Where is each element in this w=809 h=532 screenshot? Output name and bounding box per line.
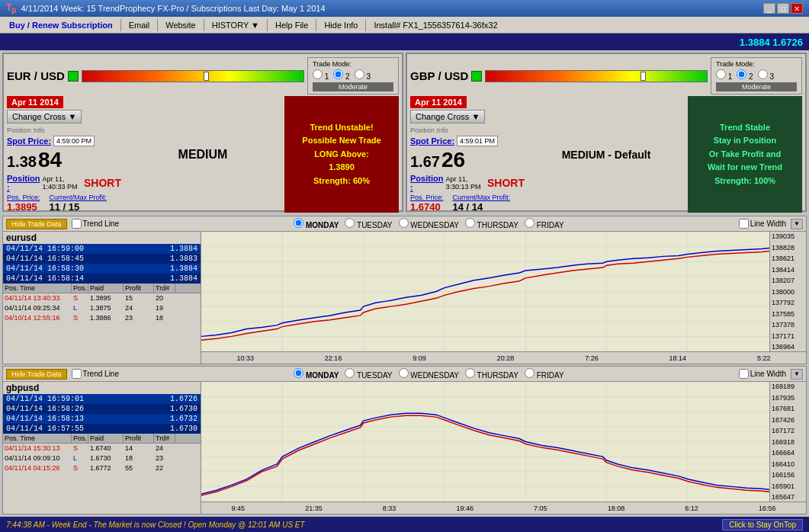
gbpusd-pos-dir: SHORT — [487, 177, 525, 189]
gbpusd-profit-label: Current/Max Profit: — [453, 194, 511, 201]
eurusd-hide-trade-btn[interactable]: Hide Trade Data — [6, 219, 67, 229]
eurusd-pos-label[interactable]: Position : — [7, 174, 40, 192]
gbpusd-day-radios: MONDAY TUESDAY WEDNESDAY THURSDAY FRIDAY — [124, 368, 734, 380]
eurusd-pos-price-val: 1.3895 — [7, 201, 40, 213]
gbpusd-pos-price-label: Pos. Price: — [410, 194, 444, 201]
gbpusd-svg-container — [201, 382, 769, 502]
stay-on-top-btn[interactable]: Click to Stay OnTop — [722, 519, 803, 530]
app-logo: Tp — [6, 2, 16, 14]
eurusd-pos-info-header: Position Info — [7, 127, 121, 134]
gbpusd-slider[interactable] — [485, 70, 708, 82]
gbpusd-pair-name: GBP / USD — [410, 69, 468, 82]
eurusd-profit-label: Current/Max Profit: — [50, 194, 108, 201]
eurusd-change-cross-btn[interactable]: Change Cross ▼ — [7, 110, 82, 123]
eurusd-pair-name: EUR / USD — [7, 69, 65, 82]
eurusd-chart-svg — [201, 232, 769, 351]
gbpusd-ticker-1: 04/11/14 16:58:26 1.6730 — [3, 404, 201, 414]
menu-history[interactable]: HISTORY ▼ — [206, 19, 265, 31]
eurusd-trade-mode-box: Trade Mode: 1 2 3 Moderate — [307, 57, 399, 95]
gbpusd-mode1[interactable]: 1 — [716, 69, 732, 81]
close-button[interactable]: ✕ — [791, 3, 803, 14]
minimize-button[interactable]: _ — [763, 3, 775, 14]
gbpusd-line-width-cb[interactable]: Line Width — [739, 369, 786, 379]
gbpusd-pos-label[interactable]: Position : — [410, 174, 443, 192]
menu-separator-6 — [365, 19, 366, 31]
panels-row: EUR / USD Trade Mode: 1 2 3 Moderate Apr… — [0, 50, 809, 214]
menu-website[interactable]: Website — [159, 19, 202, 31]
eurusd-spot-time: 4:59:00 PM — [53, 136, 95, 146]
bottom-message: 7:44:38 AM - Week End - The Market is no… — [6, 521, 305, 529]
menu-buy[interactable]: Buy / Renew Subscription — [3, 19, 119, 31]
maximize-button[interactable]: □ — [777, 3, 789, 14]
gbpusd-ticker-0: 04/11/14 16:59:01 1.6726 — [3, 394, 201, 404]
eurusd-spot-label[interactable]: Spot Price: — [7, 136, 51, 146]
eurusd-svg-container — [201, 232, 769, 351]
eurusd-chart-left: eurusd 04/11/14 16:59:00 1.3884 04/11/14… — [3, 232, 201, 364]
gbpusd-scroll-btn[interactable]: ▼ — [791, 369, 803, 380]
gbpusd-trade-row-2: 04/11/14 04:15:26 S 1.6772 55 22 — [3, 463, 201, 473]
gbpusd-trend-line-cb[interactable]: Trend Line — [72, 369, 119, 379]
eurusd-trade-row-0: 04/11/14 13:40:33 S 1.3895 15 20 — [3, 293, 201, 303]
gbpusd-spot-int: 1.67 — [410, 153, 440, 171]
gbpusd-price-axis: 169189 167935 167681 167426 167172 16691… — [769, 382, 806, 502]
gbpusd-pos-info-header: Position Info — [410, 127, 525, 134]
eurusd-ticker-0: 04/11/14 16:59:00 1.3884 — [3, 244, 201, 254]
eurusd-mode1[interactable]: 1 — [313, 69, 329, 81]
gbpusd-pair-label: gbpusd — [3, 382, 201, 394]
menu-install[interactable]: Install# FX1_1556357614-36fx32 — [368, 19, 503, 31]
eurusd-pos-time: Apr 11, 1:40:33 PM — [42, 175, 82, 191]
status-top-bar: 1.3884 1.6726 — [0, 34, 809, 50]
gbpusd-slider-handle[interactable] — [640, 72, 646, 81]
eurusd-spot-int: 1.38 — [7, 153, 37, 171]
gbpusd-change-cross-btn[interactable]: Change Cross ▼ — [410, 110, 485, 123]
menu-separator-5 — [316, 19, 316, 31]
window-title: 4/11/2014 Week: 15 TrendProphecy FX-Pro … — [21, 4, 325, 13]
eurusd-time-axis: 10:33 22:16 9:09 20:28 7:26 18:14 5:22 — [201, 351, 806, 364]
eurusd-mode3[interactable]: 3 — [355, 69, 371, 81]
menu-help[interactable]: Help File — [269, 19, 314, 31]
bottom-status-bar: 7:44:38 AM - Week End - The Market is no… — [0, 517, 809, 532]
eurusd-radio-row: 1 2 3 — [313, 69, 393, 81]
title-bar: Tp 4/11/2014 Week: 15 TrendProphecy FX-P… — [0, 0, 809, 17]
gbpusd-chart-left: gbpusd 04/11/14 16:59:01 1.6726 04/11/14… — [3, 382, 201, 514]
eurusd-tick-price-0: 1.3884 — [170, 245, 197, 253]
eurusd-profit-val: 11 / 15 — [50, 201, 108, 213]
gbpusd-date: Apr 11 2014 — [410, 96, 467, 108]
eurusd-indicator[interactable] — [68, 71, 79, 82]
gbpusd-medium-label: MEDIUM - Default — [562, 149, 651, 161]
eurusd-pos-price-label: Pos. Price: — [7, 194, 40, 201]
gbpusd-hide-trade-btn[interactable]: Hide Trade Data — [6, 369, 67, 380]
gbpusd-mode3[interactable]: 3 — [758, 69, 774, 81]
gbpusd-spot-label[interactable]: Spot Price: — [410, 136, 454, 146]
eurusd-line-width-cb[interactable]: Line Width — [739, 219, 786, 229]
eurusd-slider-handle[interactable] — [204, 72, 209, 81]
eurusd-trade-row-1: 04/11/14 09:25:34 L 1.3875 24 19 — [3, 303, 201, 313]
gbpusd-profit-val: 14 / 14 — [453, 201, 511, 213]
eurusd-panel: EUR / USD Trade Mode: 1 2 3 Moderate Apr… — [2, 53, 403, 212]
gbpusd-trade-row-1: 04/11/14 09:09:10 L 1.6730 18 23 — [3, 453, 201, 463]
gbpusd-chart-block: Hide Trade Data Trend Line MONDAY TUESDA… — [2, 366, 807, 514]
gbpusd-indicator[interactable] — [471, 71, 482, 82]
eurusd-trend-line-cb[interactable]: Trend Line — [72, 219, 119, 229]
gbpusd-panel: GBP / USD Trade Mode: 1 2 3 Moderate Apr… — [406, 53, 807, 212]
eurusd-chart-body: eurusd 04/11/14 16:59:00 1.3884 04/11/14… — [3, 232, 806, 364]
eurusd-ticker-2: 04/11/14 16:58:30 1.3884 — [3, 264, 201, 274]
eurusd-slider[interactable] — [82, 70, 304, 82]
eurusd-date: Apr 11 2014 — [7, 96, 63, 108]
eurusd-spot-dec: 84 — [38, 148, 62, 172]
gbpusd-mode2[interactable]: 2 — [737, 69, 753, 81]
gbpusd-time-axis: 9:45 21:35 8:33 19:46 7:05 18:08 6:12 16… — [201, 502, 806, 514]
eurusd-scroll-btn[interactable]: ▼ — [791, 219, 803, 229]
eurusd-ticker-3: 04/11/14 16:58:14 1.3884 — [3, 274, 201, 284]
eurusd-chart-toolbar: Hide Trade Data Trend Line MONDAY TUESDA… — [3, 216, 806, 232]
eurusd-chart-block: Hide Trade Data Trend Line MONDAY TUESDA… — [2, 216, 807, 364]
eurusd-ticker-1: 04/11/14 16:58:45 1.3883 — [3, 254, 201, 264]
eurusd-mode2[interactable]: 2 — [333, 69, 349, 81]
menu-hide-info[interactable]: Hide Info — [318, 19, 364, 31]
gbpusd-ticker-2: 04/11/14 16:58:13 1.6732 — [3, 414, 201, 424]
gbpusd-ticker-3: 04/11/14 16:57:55 1.6730 — [3, 424, 201, 434]
menu-bar: Buy / Renew Subscription Email Website H… — [0, 17, 809, 34]
gbpusd-chart-right: 169189 167935 167681 167426 167172 16691… — [201, 382, 806, 514]
menu-email[interactable]: Email — [123, 19, 156, 31]
gbpusd-pos-price-val: 1.6740 — [410, 201, 444, 213]
